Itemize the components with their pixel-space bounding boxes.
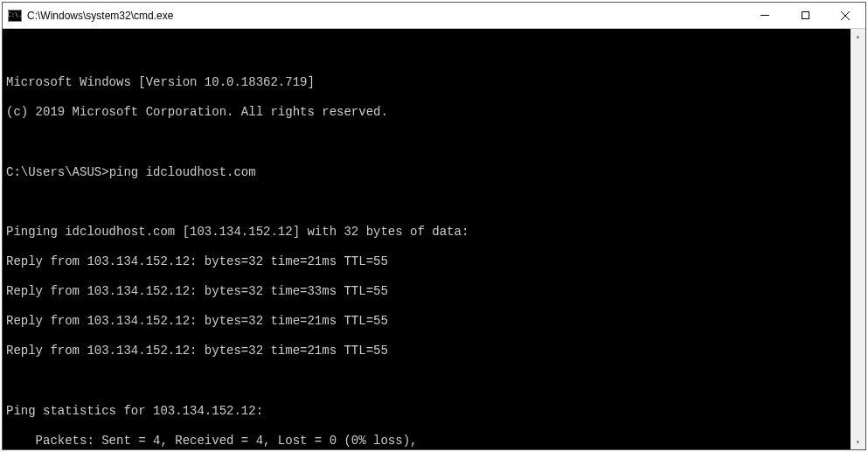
terminal-content: Microsoft Windows [Version 10.0.18362.71… <box>6 60 846 449</box>
output-line <box>6 195 846 210</box>
chevron-up-icon: ▴ <box>856 32 860 41</box>
output-line <box>6 374 846 389</box>
scroll-track[interactable] <box>851 44 865 435</box>
cmd-icon: C:\. <box>8 10 22 22</box>
output-line: Reply from 103.134.152.12: bytes=32 time… <box>6 314 846 329</box>
maximize-icon <box>802 11 809 19</box>
chevron-down-icon: ▾ <box>856 438 860 447</box>
scroll-down-button[interactable]: ▾ <box>851 435 865 449</box>
minimize-button[interactable] <box>745 3 785 28</box>
maximize-button[interactable] <box>785 3 825 28</box>
cmd-window: C:\. C:\Windows\system32\cmd.exe Microso… <box>2 2 866 450</box>
title-bar[interactable]: C:\. C:\Windows\system32\cmd.exe <box>3 3 865 29</box>
output-line <box>6 136 846 150</box>
output-line: Reply from 103.134.152.12: bytes=32 time… <box>6 284 846 299</box>
output-line: Pinging idcloudhost.com [103.134.152.12]… <box>6 225 846 240</box>
output-line: Microsoft Windows [Version 10.0.18362.71… <box>6 75 846 90</box>
entered-command: ping idcloudhost.com <box>109 165 256 179</box>
window-title: C:\Windows\system32\cmd.exe <box>27 10 173 22</box>
output-line: Reply from 103.134.152.12: bytes=32 time… <box>6 254 846 269</box>
terminal-body[interactable]: Microsoft Windows [Version 10.0.18362.71… <box>3 29 865 449</box>
minimize-icon <box>760 15 769 16</box>
prompt-line: C:\Users\ASUS>ping idcloudhost.com <box>6 165 846 180</box>
vertical-scrollbar[interactable]: ▴ ▾ <box>851 29 865 449</box>
close-icon <box>841 11 850 20</box>
output-line: Packets: Sent = 4, Received = 4, Lost = … <box>6 434 846 449</box>
scroll-up-button[interactable]: ▴ <box>851 29 865 44</box>
output-line: Reply from 103.134.152.12: bytes=32 time… <box>6 344 846 358</box>
output-line: Ping statistics for 103.134.152.12: <box>6 404 846 419</box>
window-controls <box>745 3 865 28</box>
close-button[interactable] <box>825 3 865 28</box>
title-left: C:\. C:\Windows\system32\cmd.exe <box>8 10 173 22</box>
output-line: (c) 2019 Microsoft Corporation. All righ… <box>6 105 846 120</box>
prompt-path: C:\Users\ASUS> <box>6 165 109 179</box>
